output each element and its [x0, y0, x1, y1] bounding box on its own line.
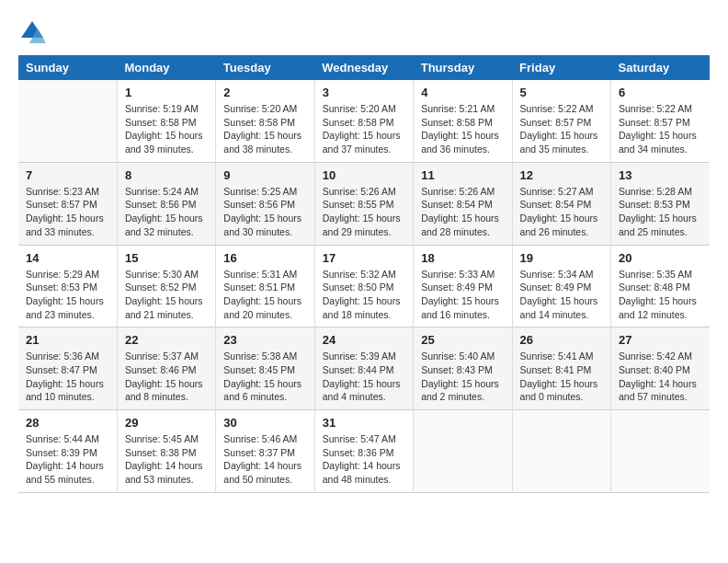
day-number: 3: [323, 86, 405, 99]
day-info: Sunrise: 5:26 AM Sunset: 8:54 PM Dayligh…: [421, 185, 504, 239]
day-number: 22: [125, 333, 208, 347]
day-info: Sunrise: 5:26 AM Sunset: 8:55 PM Dayligh…: [323, 185, 405, 239]
day-info: Sunrise: 5:19 AM Sunset: 8:58 PM Dayligh…: [125, 102, 208, 156]
calendar-cell: 5Sunrise: 5:22 AM Sunset: 8:57 PM Daylig…: [512, 80, 610, 162]
day-info: Sunrise: 5:42 AM Sunset: 8:40 PM Dayligh…: [619, 350, 702, 404]
calendar-cell: 4Sunrise: 5:21 AM Sunset: 8:58 PM Daylig…: [414, 80, 512, 162]
calendar-cell: 18Sunrise: 5:33 AM Sunset: 8:49 PM Dayli…: [414, 245, 512, 327]
day-info: Sunrise: 5:23 AM Sunset: 8:57 PM Dayligh…: [26, 185, 109, 239]
calendar-cell: 6Sunrise: 5:22 AM Sunset: 8:57 PM Daylig…: [611, 80, 710, 162]
day-info: Sunrise: 5:22 AM Sunset: 8:57 PM Dayligh…: [520, 102, 603, 156]
calendar-cell: 16Sunrise: 5:31 AM Sunset: 8:51 PM Dayli…: [216, 245, 314, 327]
calendar-cell: 7Sunrise: 5:23 AM Sunset: 8:57 PM Daylig…: [18, 162, 117, 245]
day-number: 13: [619, 168, 702, 182]
day-number: 17: [323, 251, 405, 265]
day-info: Sunrise: 5:32 AM Sunset: 8:50 PM Dayligh…: [323, 268, 405, 322]
calendar-cell: 14Sunrise: 5:29 AM Sunset: 8:53 PM Dayli…: [18, 245, 117, 327]
calendar-cell: 11Sunrise: 5:26 AM Sunset: 8:54 PM Dayli…: [414, 162, 512, 245]
calendar-cell: 28Sunrise: 5:44 AM Sunset: 8:39 PM Dayli…: [18, 410, 117, 493]
calendar-cell: 1Sunrise: 5:19 AM Sunset: 8:58 PM Daylig…: [117, 80, 215, 162]
column-header-tuesday: Tuesday: [216, 55, 314, 80]
day-info: Sunrise: 5:36 AM Sunset: 8:47 PM Dayligh…: [26, 350, 109, 404]
day-info: Sunrise: 5:41 AM Sunset: 8:41 PM Dayligh…: [520, 350, 603, 404]
calendar-cell: 15Sunrise: 5:30 AM Sunset: 8:52 PM Dayli…: [117, 245, 215, 327]
day-number: 4: [421, 86, 504, 99]
page-header: [18, 18, 710, 46]
calendar-cell: 13Sunrise: 5:28 AM Sunset: 8:53 PM Dayli…: [611, 162, 710, 245]
day-number: 21: [26, 333, 109, 347]
day-number: 31: [323, 416, 405, 430]
column-header-friday: Friday: [512, 55, 610, 80]
day-info: Sunrise: 5:21 AM Sunset: 8:58 PM Dayligh…: [421, 102, 504, 156]
day-number: 8: [125, 168, 208, 182]
calendar-week-row: 7Sunrise: 5:23 AM Sunset: 8:57 PM Daylig…: [18, 162, 710, 245]
day-number: 25: [421, 333, 504, 347]
day-info: Sunrise: 5:45 AM Sunset: 8:38 PM Dayligh…: [125, 432, 208, 487]
day-info: Sunrise: 5:24 AM Sunset: 8:56 PM Dayligh…: [125, 185, 208, 239]
day-info: Sunrise: 5:47 AM Sunset: 8:36 PM Dayligh…: [323, 432, 405, 487]
day-info: Sunrise: 5:25 AM Sunset: 8:56 PM Dayligh…: [223, 185, 306, 239]
day-number: 26: [520, 333, 603, 347]
calendar-cell: 2Sunrise: 5:20 AM Sunset: 8:58 PM Daylig…: [216, 80, 314, 162]
calendar-cell: [611, 410, 710, 493]
day-info: Sunrise: 5:35 AM Sunset: 8:48 PM Dayligh…: [619, 268, 702, 322]
column-header-thursday: Thursday: [414, 55, 512, 80]
day-number: 18: [421, 251, 504, 265]
day-number: 11: [421, 168, 504, 182]
calendar-cell: 26Sunrise: 5:41 AM Sunset: 8:41 PM Dayli…: [512, 327, 610, 410]
calendar-cell: 22Sunrise: 5:37 AM Sunset: 8:46 PM Dayli…: [117, 327, 215, 410]
day-number: 2: [223, 86, 306, 99]
day-info: Sunrise: 5:20 AM Sunset: 8:58 PM Dayligh…: [323, 102, 405, 156]
day-number: 29: [125, 416, 208, 430]
day-info: Sunrise: 5:20 AM Sunset: 8:58 PM Dayligh…: [223, 102, 306, 156]
day-info: Sunrise: 5:31 AM Sunset: 8:51 PM Dayligh…: [223, 268, 306, 322]
calendar-cell: [512, 410, 610, 493]
calendar-cell: [18, 80, 117, 162]
day-info: Sunrise: 5:33 AM Sunset: 8:49 PM Dayligh…: [421, 268, 504, 322]
calendar-cell: 17Sunrise: 5:32 AM Sunset: 8:50 PM Dayli…: [314, 245, 413, 327]
calendar-week-row: 14Sunrise: 5:29 AM Sunset: 8:53 PM Dayli…: [18, 245, 710, 327]
day-number: 30: [223, 416, 306, 430]
calendar-cell: 19Sunrise: 5:34 AM Sunset: 8:49 PM Dayli…: [512, 245, 610, 327]
calendar-cell: 12Sunrise: 5:27 AM Sunset: 8:54 PM Dayli…: [512, 162, 610, 245]
calendar-week-row: 21Sunrise: 5:36 AM Sunset: 8:47 PM Dayli…: [18, 327, 710, 410]
column-header-saturday: Saturday: [611, 55, 710, 80]
day-number: 7: [26, 168, 109, 182]
calendar-cell: 10Sunrise: 5:26 AM Sunset: 8:55 PM Dayli…: [314, 162, 413, 245]
day-number: 28: [26, 416, 109, 430]
column-header-sunday: Sunday: [18, 55, 117, 80]
calendar-cell: 24Sunrise: 5:39 AM Sunset: 8:44 PM Dayli…: [314, 327, 413, 410]
day-info: Sunrise: 5:34 AM Sunset: 8:49 PM Dayligh…: [520, 268, 603, 322]
logo: [18, 18, 50, 46]
day-info: Sunrise: 5:37 AM Sunset: 8:46 PM Dayligh…: [125, 350, 208, 404]
day-number: 27: [619, 333, 702, 347]
calendar-cell: 20Sunrise: 5:35 AM Sunset: 8:48 PM Dayli…: [611, 245, 710, 327]
calendar-cell: [414, 410, 512, 493]
day-info: Sunrise: 5:44 AM Sunset: 8:39 PM Dayligh…: [26, 432, 109, 487]
calendar-cell: 31Sunrise: 5:47 AM Sunset: 8:36 PM Dayli…: [314, 410, 413, 493]
day-number: 9: [223, 168, 306, 182]
calendar-week-row: 1Sunrise: 5:19 AM Sunset: 8:58 PM Daylig…: [18, 80, 710, 162]
day-number: 5: [520, 86, 603, 99]
calendar-cell: 23Sunrise: 5:38 AM Sunset: 8:45 PM Dayli…: [216, 327, 314, 410]
calendar-cell: 8Sunrise: 5:24 AM Sunset: 8:56 PM Daylig…: [117, 162, 215, 245]
day-info: Sunrise: 5:22 AM Sunset: 8:57 PM Dayligh…: [619, 102, 702, 156]
calendar-table: SundayMondayTuesdayWednesdayThursdayFrid…: [18, 55, 710, 493]
calendar-cell: 25Sunrise: 5:40 AM Sunset: 8:43 PM Dayli…: [414, 327, 512, 410]
day-info: Sunrise: 5:46 AM Sunset: 8:37 PM Dayligh…: [223, 432, 306, 487]
day-number: 14: [26, 251, 109, 265]
day-number: 15: [125, 251, 208, 265]
day-info: Sunrise: 5:28 AM Sunset: 8:53 PM Dayligh…: [619, 185, 702, 239]
calendar-cell: 30Sunrise: 5:46 AM Sunset: 8:37 PM Dayli…: [216, 410, 314, 493]
calendar-cell: 27Sunrise: 5:42 AM Sunset: 8:40 PM Dayli…: [611, 327, 710, 410]
day-number: 23: [223, 333, 306, 347]
day-number: 20: [619, 251, 702, 265]
day-number: 10: [323, 168, 405, 182]
calendar-cell: 3Sunrise: 5:20 AM Sunset: 8:58 PM Daylig…: [314, 80, 413, 162]
day-number: 6: [619, 86, 702, 99]
column-header-wednesday: Wednesday: [314, 55, 413, 80]
day-info: Sunrise: 5:30 AM Sunset: 8:52 PM Dayligh…: [125, 268, 208, 322]
calendar-cell: 21Sunrise: 5:36 AM Sunset: 8:47 PM Dayli…: [18, 327, 117, 410]
day-number: 1: [125, 86, 208, 99]
day-number: 19: [520, 251, 603, 265]
